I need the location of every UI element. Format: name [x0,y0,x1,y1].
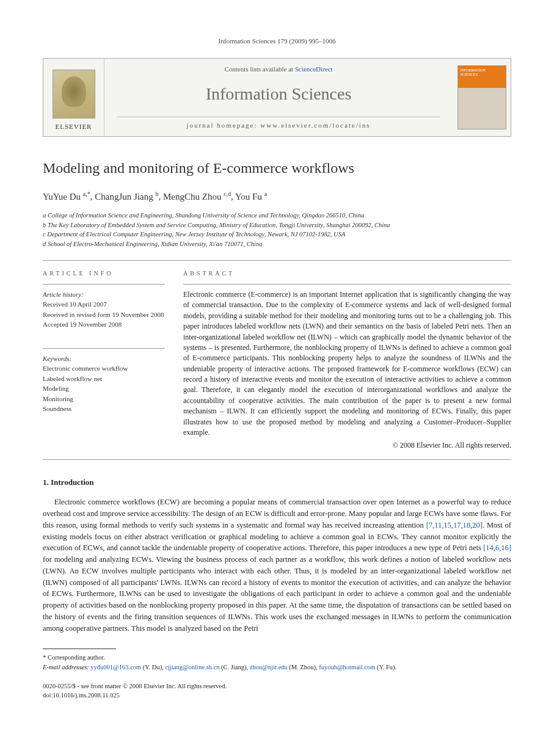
divider [43,260,511,261]
footnotes: * Corresponding author. E-mail addresses… [43,653,511,672]
affiliation-d: d School of Electro-Mechanical Engineeri… [43,239,511,249]
sub-divider [183,284,511,285]
divider [43,459,511,460]
history-revised: Received in revised form 19 November 200… [43,310,165,320]
banner-center: Contents lists available at ScienceDirec… [104,59,453,136]
article-history: Article history: Received 10 April 2007 … [43,289,165,330]
keywords-label: Keywords: [43,354,165,364]
email-link[interactable]: fuyouh@hotmail.com [319,664,375,671]
abstract-copyright: © 2008 Elsevier Inc. All rights reserved… [183,440,511,451]
citation-link[interactable]: [7,11,15,17,18,20] [426,521,483,529]
email-name: (Y. Du), [141,664,165,671]
journal-homepage: journal homepage: www.elsevier.com/locat… [117,117,440,130]
email-name: (M. Zhou), [288,664,319,671]
history-accepted: Accepted 19 November 2008 [43,319,165,330]
section-heading-intro: 1. Introduction [43,477,511,488]
abstract-text: Electronic commerce (E-commerce) is an i… [183,289,511,438]
journal-banner: ELSEVIER Contents lists available at Sci… [43,58,511,137]
footnote-rule [43,649,116,649]
contents-available-line: Contents lists available at ScienceDirec… [117,65,440,74]
history-label: Article history: [43,289,165,300]
email-link[interactable]: cjjiang@online.sh.cn [165,664,219,671]
affiliations: a College of Information Science and Eng… [43,211,511,249]
publisher-logo-block: ELSEVIER [43,59,104,136]
page-container: Information Sciences 179 (2009) 995–1006… [0,0,554,724]
affiliation-a: a College of Information Science and Eng… [43,211,511,220]
article-title: Modeling and monitoring of E-commerce wo… [43,158,511,179]
keyword: Soundness [43,404,165,414]
affiliation-c: c Department of Electrical Computer Engi… [43,230,511,239]
author-list: YuYue Du a,*, ChangJun Jiang b, MengChu … [43,190,511,203]
abstract-label: ABSTRACT [183,269,511,278]
keyword: Modeling [43,383,165,394]
running-header: Information Sciences 179 (2009) 995–1006 [43,37,511,46]
email-link[interactable]: yydu001@163.com [90,664,141,671]
email-link[interactable]: zhou@njit.edu [250,664,288,671]
keywords-block: Keywords: Electronic commerce workflow L… [43,354,165,414]
email-label: E-mail addresses: [43,664,90,671]
keyword: Labeled workflow net [43,374,165,384]
corresponding-author-note: * Corresponding author. [43,653,511,663]
email-name: (Y. Fu). [375,664,396,671]
email-name: (C. Jiang), [219,664,249,671]
front-matter-line: 0020-0255/$ - see front matter © 2008 El… [43,682,511,691]
sub-divider [43,284,165,285]
keyword: Electronic commerce workflow [43,363,165,374]
info-abstract-row: ARTICLE INFO Article history: Received 1… [43,269,511,451]
abstract-column: ABSTRACT Electronic commerce (E-commerce… [183,269,511,451]
affiliation-b: b The Key Laboratory of Embedded System … [43,220,511,230]
intro-paragraph: Electronic commerce workflows (ECW) are … [43,496,511,634]
contents-text: Contents lists available at [224,65,294,73]
sub-divider [43,348,165,349]
article-info-column: ARTICLE INFO Article history: Received 1… [43,269,165,451]
footer-meta: 0020-0255/$ - see front matter © 2008 El… [43,682,511,700]
intro-text-post: for modeling and analyzing ECWs. Viewing… [43,555,511,633]
journal-cover-thumbnail: INFORMATION SCIENCES [457,65,506,129]
publisher-name: ELSEVIER [56,122,92,131]
journal-cover-block: INFORMATION SCIENCES [453,59,511,136]
sciencedirect-link[interactable]: ScienceDirect [295,65,333,73]
email-addresses-line: E-mail addresses: yydu001@163.com (Y. Du… [43,663,511,672]
article-info-label: ARTICLE INFO [43,269,165,278]
journal-title: Information Sciences [117,82,440,106]
citation-link[interactable]: [14,6,16] [483,543,511,552]
history-received: Received 10 April 2007 [43,299,165,310]
elsevier-tree-icon [53,70,95,118]
doi-line: doi:10.1016/j.ins.2008.11.025 [43,691,511,700]
keyword: Monitoring [43,394,165,404]
